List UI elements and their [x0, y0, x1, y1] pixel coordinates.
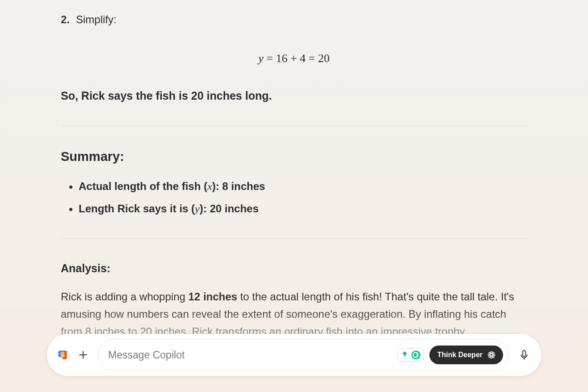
svg-point-10 — [492, 356, 494, 358]
divider — [61, 238, 527, 239]
message-content: 2. Simplify: y = 16 + 4 = 20 So, Rick sa… — [57, 0, 531, 392]
svg-point-2 — [491, 354, 493, 356]
summary-title: Summary: — [61, 149, 527, 164]
eq-var-y: y — [258, 52, 264, 65]
grammarly-badge[interactable] — [397, 348, 424, 362]
summary-item-label-b: ): 8 inches — [212, 180, 265, 192]
divider — [61, 126, 527, 126]
step-number: 2. — [61, 13, 70, 26]
svg-point-5 — [488, 354, 490, 356]
svg-rect-0 — [404, 355, 405, 357]
analysis-text-a: Rick is adding a whopping — [61, 291, 189, 303]
eq-result: 20 — [318, 52, 330, 65]
analysis-bold: 12 inches — [189, 291, 237, 303]
eq-plus: + — [290, 52, 297, 65]
step-row: 2. Simplify: — [61, 13, 527, 26]
think-deeper-button[interactable]: Think Deeper — [429, 346, 503, 364]
svg-rect-11 — [523, 350, 526, 356]
summary-item-var: y — [195, 203, 200, 215]
eq-term1: 16 — [276, 52, 287, 65]
step-label: Simplify: — [76, 13, 117, 26]
grammarly-icon — [411, 350, 421, 360]
composer-bar: Think Deeper — [47, 334, 541, 376]
summary-list: Actual length of the fish (x): 8 inches … — [61, 180, 527, 215]
svg-point-4 — [491, 357, 492, 358]
eq-term2: 4 — [300, 52, 306, 65]
flower-icon — [487, 350, 496, 359]
summary-item-label-a: Length Rick says it is ( — [79, 202, 195, 215]
equation: y = 16 + 4 = 20 — [61, 52, 527, 65]
lightbulb-icon — [400, 350, 409, 359]
conclusion-text: So, Rick says the fish is 20 inches long… — [61, 89, 527, 102]
eq-equals2: = — [309, 52, 315, 65]
eq-equals: = — [266, 52, 273, 65]
svg-point-9 — [489, 356, 491, 358]
copilot-logo-icon — [57, 349, 68, 361]
microphone-icon — [518, 349, 530, 361]
svg-point-3 — [491, 351, 492, 353]
summary-item-label-a: Actual length of the fish ( — [79, 180, 207, 192]
svg-point-6 — [493, 354, 495, 356]
summary-item: Actual length of the fish (x): 8 inches — [79, 180, 527, 193]
analysis-title: Analysis: — [61, 262, 527, 275]
svg-point-8 — [492, 352, 494, 354]
add-button[interactable] — [76, 348, 90, 362]
summary-item: Length Rick says it is (y): 20 inches — [79, 202, 527, 215]
summary-item-label-b: ): 20 inches — [200, 202, 259, 215]
message-input[interactable] — [108, 349, 392, 361]
analysis-text: Rick is adding a whopping 12 inches to t… — [61, 288, 527, 341]
think-deeper-label: Think Deeper — [437, 351, 483, 359]
microphone-button[interactable] — [517, 348, 531, 362]
message-field-wrapper[interactable]: Think Deeper — [98, 339, 509, 371]
plus-icon — [78, 350, 88, 360]
svg-point-7 — [489, 352, 491, 354]
summary-item-var: x — [207, 181, 212, 192]
